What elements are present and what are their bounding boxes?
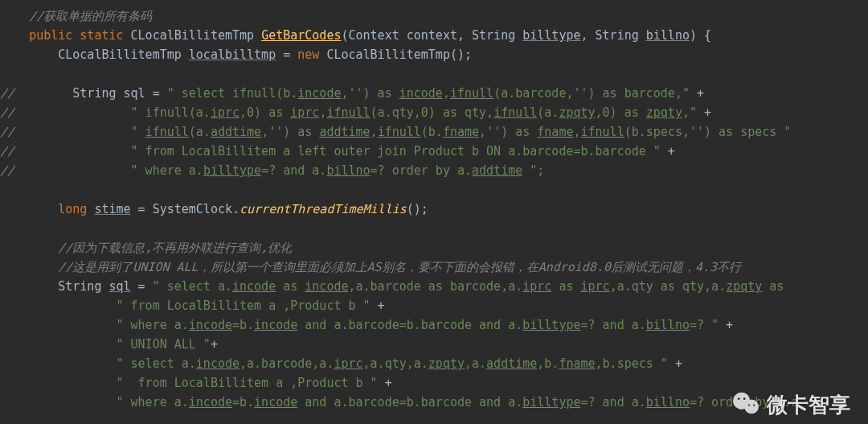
var-stime: stime: [94, 202, 130, 216]
svg-point-5: [753, 405, 755, 406]
watermark-branding: 微卡智享: [731, 391, 850, 418]
svg-point-3: [743, 397, 746, 400]
gutter-comment-marker: //: [0, 86, 14, 101]
comment-optimize: //因为下载信息,不再用外联进行查询,优化: [58, 241, 292, 255]
kw-static: static: [80, 28, 123, 43]
kw-public: public: [29, 28, 72, 43]
var-localbilltmp: localbilltmp: [189, 47, 276, 62]
call-currentThreadTimeMillis: currentThreadTimeMillis: [240, 202, 407, 216]
svg-point-1: [744, 400, 759, 414]
comment-union-all-note: //这是用到了UNION ALL，所以第一个查询里面必须加上AS别名，要不下面的…: [58, 260, 741, 274]
wechat-icon: [731, 391, 760, 418]
svg-point-4: [748, 405, 750, 406]
watermark-text: 微卡智享: [767, 395, 850, 414]
method-GetBarCodes: GetBarCodes: [261, 28, 341, 43]
code-editor[interactable]: //获取单据的所有条码 public static CLocalBillitem…: [0, 0, 868, 424]
svg-point-2: [738, 397, 740, 400]
kw-long: long: [58, 202, 87, 216]
comment-get-all-barcodes: //获取单据的所有条码: [29, 9, 152, 23]
